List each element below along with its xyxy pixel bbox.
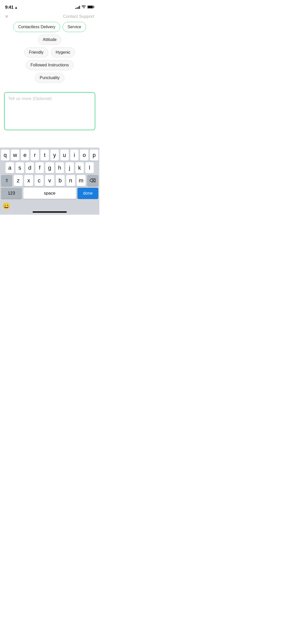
numbers-key[interactable]: 123 [1,188,22,199]
key-u[interactable]: u [60,150,69,161]
status-icons [75,5,94,10]
key-w[interactable]: w [11,150,19,161]
key-m[interactable]: m [77,175,86,186]
chips-row-1: Contactless Delivery Service Attitude [4,22,95,45]
close-button[interactable]: × [5,14,8,19]
chip-friendly[interactable]: Friendly [24,47,48,57]
delete-key[interactable]: ⌫ [87,175,98,186]
key-p[interactable]: p [90,150,98,161]
done-key[interactable]: done [77,188,98,199]
key-y[interactable]: y [50,150,59,161]
status-bar: 9:41 ▲ [0,0,99,11]
key-d[interactable]: d [25,162,34,173]
chip-punctuality[interactable]: Punctuality [35,73,64,83]
chips-row-3: Punctuality [4,73,95,83]
key-o[interactable]: o [80,150,88,161]
location-arrow-icon: ▲ [15,6,18,9]
svg-rect-1 [94,6,94,8]
key-b[interactable]: b [56,175,65,186]
emoji-button[interactable]: 😀 [3,202,10,210]
contact-support-link[interactable]: Contact Support [63,14,94,19]
chips-row-2: Friendly Hygenic Followed Instructions [4,47,95,70]
key-t[interactable]: t [40,150,49,161]
wifi-icon [82,5,86,10]
key-l[interactable]: l [85,162,94,173]
chip-service[interactable]: Service [63,22,86,32]
key-f[interactable]: f [35,162,44,173]
status-time: 9:41 [5,5,13,10]
battery-icon [87,5,94,10]
keyboard-row-4: 123 space done [1,188,98,199]
chip-followed-instructions[interactable]: Followed Instructions [26,60,74,70]
feedback-section [0,87,99,131]
key-k[interactable]: k [75,162,84,173]
signal-icon [75,6,80,9]
svg-rect-2 [88,6,93,8]
key-q[interactable]: q [1,150,9,161]
key-n[interactable]: n [66,175,75,186]
key-z[interactable]: z [14,175,23,186]
key-h[interactable]: h [56,162,64,173]
key-v[interactable]: v [45,175,54,186]
keyboard-row-2: a s d f g h j k l [1,162,98,173]
key-j[interactable]: j [65,162,74,173]
key-i[interactable]: i [70,150,79,161]
keyboard-bottom: 😀 [0,201,99,215]
keyboard-row-1: q w e r t y u i o p [1,150,98,161]
page-header: × Contact Support [0,11,99,22]
key-r[interactable]: r [31,150,39,161]
home-indicator [33,211,67,213]
space-key[interactable]: space [23,188,76,199]
key-c[interactable]: c [35,175,44,186]
keyboard-main: q w e r t y u i o p a s d f g h j k l ⇧ … [0,148,99,201]
chips-section: Contactless Delivery Service Attitude Fr… [0,22,99,83]
keyboard: q w e r t y u i o p a s d f g h j k l ⇧ … [0,148,99,215]
key-s[interactable]: s [16,162,24,173]
key-x[interactable]: x [24,175,33,186]
shift-key[interactable]: ⇧ [1,175,12,186]
feedback-textarea[interactable] [4,92,95,130]
chip-contactless-delivery[interactable]: Contactless Delivery [13,22,60,32]
chip-hygenic[interactable]: Hygenic [51,47,75,57]
key-e[interactable]: e [21,150,29,161]
key-a[interactable]: a [6,162,14,173]
chip-attitude[interactable]: Attitude [38,35,61,45]
keyboard-row-3: ⇧ z x c v b n m ⌫ [1,175,98,186]
key-g[interactable]: g [45,162,54,173]
